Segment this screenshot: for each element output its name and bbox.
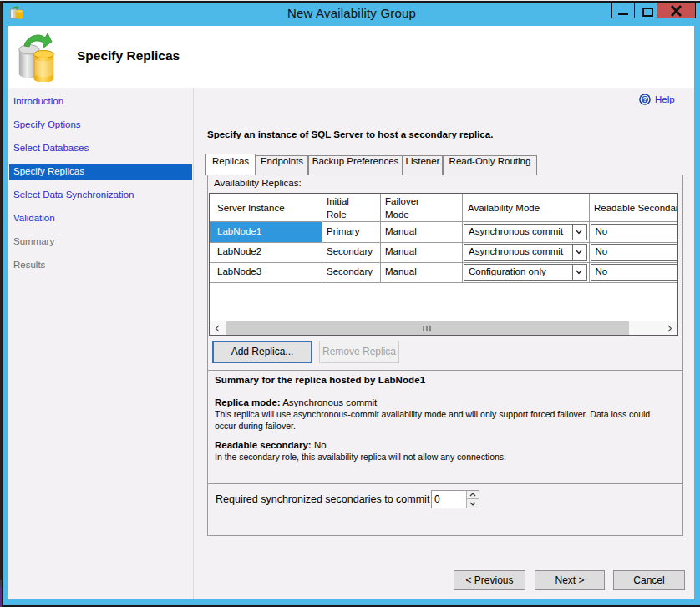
svg-text:?: ?	[642, 95, 647, 104]
